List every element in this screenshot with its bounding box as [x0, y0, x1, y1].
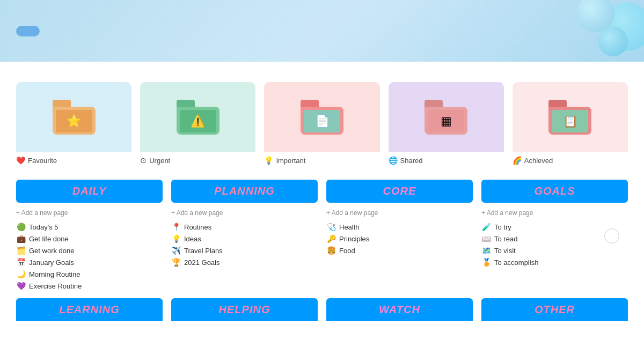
section-item[interactable]: 🗺️ To visit — [481, 245, 628, 256]
card-achieved[interactable]: 📋 🌈 Achieved — [513, 82, 628, 167]
page-wrapper: ⭐ ❤️ Favourite ⚠️ ⊙ Urgent — [0, 0, 644, 362]
folder-symbol: 📄 — [315, 114, 330, 128]
item-label: Food — [339, 247, 355, 255]
item-label: January Goals — [29, 258, 74, 267]
section-item[interactable]: 💜 Exercise Routine — [16, 280, 163, 292]
sections-wrapper: DAILY + Add a new page 🟢 Today's 5 💼 Get… — [16, 180, 628, 292]
card-label-text-urgent: Urgent — [149, 157, 170, 165]
section-items-core: 🩺 Health 🔑 Principles 🍔 Food — [326, 221, 473, 256]
item-icon: 🧪 — [481, 223, 491, 231]
folder-symbol: ▦ — [441, 114, 452, 128]
item-icon: ✈️ — [171, 246, 181, 255]
section-items-daily: 🟢 Today's 5 💼 Get life done 🗂️ Get work … — [16, 221, 163, 292]
item-icon: 📅 — [16, 258, 26, 267]
folder-icon-achieved: 📋 — [548, 100, 591, 135]
item-icon: 📍 — [171, 223, 181, 231]
section-header-planning: PLANNING — [171, 180, 318, 203]
item-label: Travel Plans — [184, 247, 223, 255]
section-header-goals: GOALS — [481, 180, 628, 203]
card-label-text-favourite: Favourite — [28, 157, 57, 165]
folder-symbol: ⭐ — [67, 114, 81, 128]
card-label-urgent: ⊙ Urgent — [140, 152, 255, 167]
item-icon: 📖 — [481, 234, 491, 243]
bottom-section-header-helping: HELPING — [171, 298, 318, 321]
main-content: ⭐ ❤️ Favourite ⚠️ ⊙ Urgent — [0, 62, 644, 332]
add-page-btn-planning[interactable]: + Add a new page — [171, 207, 318, 221]
section-item[interactable]: 🔑 Principles — [326, 233, 473, 245]
folder-front: ⚠️ — [180, 110, 216, 132]
section-item[interactable]: 🏆 2021 Goals — [171, 256, 318, 268]
section-item[interactable]: 💼 Get life done — [16, 233, 163, 245]
help-button[interactable] — [604, 228, 619, 243]
sections-row: DAILY + Add a new page 🟢 Today's 5 💼 Get… — [16, 180, 628, 292]
card-shared[interactable]: ▦ 🌐 Shared — [389, 82, 504, 167]
item-icon: 🏅 — [481, 258, 491, 267]
bottom-section-col-other: OTHER — [481, 298, 628, 321]
card-label-text-important: Important — [276, 157, 305, 165]
section-header-daily: DAILY — [16, 180, 163, 203]
item-label: To visit — [494, 247, 516, 255]
section-item[interactable]: ✈️ Travel Plans — [171, 245, 318, 256]
add-page-btn-core[interactable]: + Add a new page — [326, 207, 473, 221]
card-image-important: 📄 — [264, 82, 379, 152]
section-item[interactable]: 🌙 Morning Routine — [16, 268, 163, 280]
item-icon: 🗺️ — [481, 246, 491, 255]
section-item[interactable]: 🍔 Food — [326, 245, 473, 256]
card-label-text-achieved: Achieved — [524, 157, 553, 165]
fun-badge — [16, 26, 40, 36]
item-label: Routines — [184, 223, 211, 231]
section-item[interactable]: 📍 Routines — [171, 221, 318, 233]
item-icon: 🩺 — [326, 223, 336, 231]
folder-icon-urgent: ⚠️ — [177, 100, 219, 135]
section-item[interactable]: 💡 Ideas — [171, 233, 318, 245]
item-icon: 💼 — [16, 234, 26, 243]
card-label-icon-important: 💡 — [264, 156, 273, 165]
section-item[interactable]: 🗂️ Get work done — [16, 245, 163, 256]
bottom-section-col-watch: WATCH — [326, 298, 473, 321]
card-favourite[interactable]: ⭐ ❤️ Favourite — [16, 82, 131, 167]
card-label-favourite: ❤️ Favourite — [16, 152, 131, 167]
item-icon: 🌙 — [16, 270, 26, 278]
card-urgent[interactable]: ⚠️ ⊙ Urgent — [140, 82, 255, 167]
item-label: Exercise Routine — [29, 282, 82, 290]
card-important[interactable]: 📄 💡 Important — [264, 82, 379, 167]
bottom-section-col-helping: HELPING — [171, 298, 318, 321]
item-label: Principles — [339, 235, 369, 243]
bottom-section-header-watch: WATCH — [326, 298, 473, 321]
item-label: To accomplish — [494, 258, 538, 267]
card-image-favourite: ⭐ — [16, 82, 131, 152]
item-icon: 🟢 — [16, 223, 26, 231]
section-item[interactable]: 🏅 To accomplish — [481, 256, 628, 268]
item-label: Today's 5 — [29, 223, 58, 231]
section-items-goals: 🧪 To try 📖 To read 🗺️ To visit 🏅 To acco… — [481, 221, 628, 268]
card-label-icon-favourite: ❤️ — [16, 156, 25, 165]
item-icon: 🏆 — [171, 258, 181, 267]
section-col-daily: DAILY + Add a new page 🟢 Today's 5 💼 Get… — [16, 180, 163, 292]
item-icon: 💡 — [171, 234, 181, 243]
item-icon: 🍔 — [326, 246, 336, 255]
folder-front: 📋 — [552, 110, 588, 132]
folder-front: ▦ — [428, 110, 464, 132]
item-label: 2021 Goals — [184, 258, 220, 267]
add-page-btn-goals[interactable]: + Add a new page — [481, 207, 628, 221]
card-label-icon-achieved: 🌈 — [513, 156, 522, 165]
folder-symbol: 📋 — [563, 114, 577, 128]
folder-icon-shared: ▦ — [425, 100, 467, 135]
item-label: To try — [494, 223, 511, 231]
section-col-planning: PLANNING + Add a new page 📍 Routines 💡 I… — [171, 180, 318, 292]
item-label: Morning Routine — [29, 270, 80, 278]
section-items-planning: 📍 Routines 💡 Ideas ✈️ Travel Plans 🏆 202… — [171, 221, 318, 268]
folder-icon-important: 📄 — [301, 100, 343, 135]
balloon-3 — [598, 27, 628, 56]
item-label: To read — [494, 235, 517, 243]
bottom-section-header-other: OTHER — [481, 298, 628, 321]
card-image-achieved: 📋 — [513, 82, 628, 152]
item-label: Get work done — [29, 247, 75, 255]
bottom-section-header-learning: LEARNING — [16, 298, 163, 321]
section-item[interactable]: 📅 January Goals — [16, 256, 163, 268]
folder-front: 📄 — [304, 110, 340, 132]
item-label: Health — [339, 223, 360, 231]
section-item[interactable]: 🟢 Today's 5 — [16, 221, 163, 233]
section-item[interactable]: 🩺 Health — [326, 221, 473, 233]
add-page-btn-daily[interactable]: + Add a new page — [16, 207, 163, 221]
